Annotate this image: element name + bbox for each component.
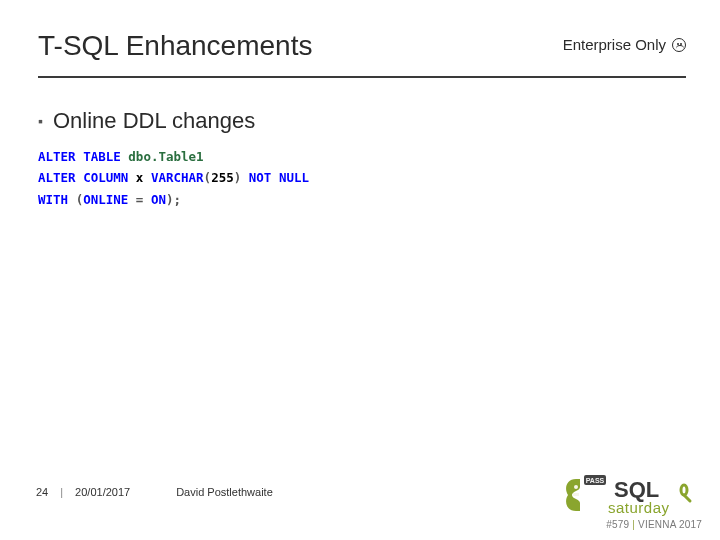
footer: 24 | 20/01/2017 David Postlethwaite PASS… (0, 468, 720, 540)
event-divider: | (629, 519, 638, 530)
page-number: 24 (36, 486, 48, 498)
code-token: x (136, 170, 144, 185)
code-token: ALTER (38, 149, 76, 164)
code-token: VARCHAR (151, 170, 204, 185)
code-token: ALTER (38, 170, 76, 185)
sad-face-icon (672, 38, 686, 52)
page-title: T-SQL Enhancements (38, 30, 312, 62)
header-row: T-SQL Enhancements Enterprise Only (0, 0, 720, 72)
code-token: ); (166, 192, 181, 207)
code-token: ( (204, 170, 212, 185)
logo-pass-text: PASS (586, 477, 605, 484)
footer-date: 20/01/2017 (75, 486, 130, 498)
bullet-icon: ▪ (38, 114, 43, 128)
code-token: ) (234, 170, 242, 185)
svg-point-0 (574, 485, 578, 489)
footer-separator: | (60, 486, 63, 498)
code-token: = (136, 192, 144, 207)
code-token: TABLE (83, 149, 121, 164)
sql-saturday-logo-icon: PASS SQL saturday (562, 473, 702, 517)
svg-rect-1 (573, 493, 579, 496)
content-area: ▪ Online DDL changes ALTER TABLE dbo.Tab… (0, 78, 720, 210)
code-block: ALTER TABLE dbo.Table1 ALTER COLUMN x VA… (38, 146, 682, 210)
event-logo: PASS SQL saturday #579|VIENNA 2017 (562, 473, 702, 530)
event-location: VIENNA 2017 (638, 519, 702, 530)
bullet-item: ▪ Online DDL changes (38, 108, 682, 134)
footer-meta: 24 | 20/01/2017 David Postlethwaite (36, 486, 273, 498)
code-token: COLUMN (83, 170, 128, 185)
slide: T-SQL Enhancements Enterprise Only ▪ Onl… (0, 0, 720, 540)
event-number: #579 (606, 519, 629, 530)
code-token: dbo.Table1 (128, 149, 203, 164)
code-token: NOT (249, 170, 272, 185)
bullet-label: Online DDL changes (53, 108, 255, 134)
edition-badge-text: Enterprise Only (563, 36, 666, 53)
edition-badge: Enterprise Only (563, 36, 686, 53)
code-token: ON (151, 192, 166, 207)
code-token: NULL (279, 170, 309, 185)
code-token: ONLINE (83, 192, 128, 207)
logo-saturday-text: saturday (608, 499, 670, 516)
footer-author: David Postlethwaite (176, 486, 273, 498)
code-token: 255 (211, 170, 234, 185)
code-token: WITH (38, 192, 68, 207)
event-tag: #579|VIENNA 2017 (562, 519, 702, 530)
